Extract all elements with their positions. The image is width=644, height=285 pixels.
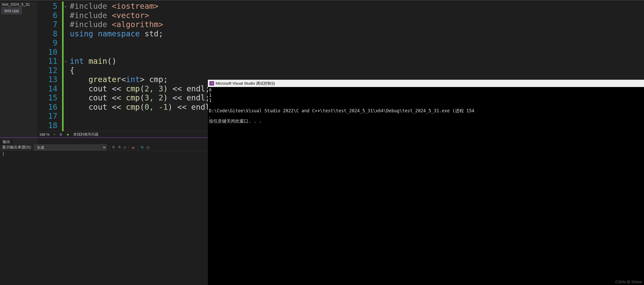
console-line: 0: [209, 88, 211, 93]
line-number: 11: [37, 57, 57, 66]
chevron-down-icon[interactable]: ⌄: [64, 58, 67, 63]
line-number: 5: [37, 2, 57, 11]
line-number: 12: [37, 66, 57, 75]
output-source-select[interactable]: 生成: [34, 145, 107, 150]
tree-file[interactable]: test.cpp: [2, 7, 22, 14]
console-body[interactable]: 0 1 1 D:\Code\Gitee\Visual Studio 2022\C…: [208, 87, 644, 124]
code-line-9[interactable]: [70, 38, 336, 48]
vs-icon: VS: [209, 81, 214, 85]
goto-next-icon[interactable]: ≛: [118, 145, 121, 150]
code-line-7[interactable]: #include <algorithm>: [70, 20, 336, 29]
console-line: 。: [209, 113, 213, 118]
chevron-down-icon[interactable]: ▾: [54, 133, 55, 136]
tree-root[interactable]: test_2024_5_31: [0, 2, 37, 7]
line-number: 17: [37, 112, 57, 121]
line-number: 10: [37, 48, 57, 57]
console-title-text: Microsoft Visual Studio 调试控制台: [216, 81, 275, 86]
line-number: 16: [37, 102, 57, 112]
line-number: 7: [37, 20, 57, 29]
line-number: 9: [37, 38, 57, 48]
clear-icon[interactable]: ⎚: [124, 145, 126, 149]
divider: [138, 145, 138, 150]
goto-prev-icon[interactable]: ≜: [112, 145, 115, 150]
console-line: D:\Code\Gitee\Visual Studio 2022\C and C…: [209, 108, 474, 113]
wrap-icon[interactable]: ≣: [132, 145, 135, 150]
line-number: 14: [37, 84, 57, 93]
output-source-label: 显示输出来源(S):: [2, 145, 32, 150]
clock-icon[interactable]: ◷: [146, 145, 150, 150]
line-number: 13: [37, 75, 57, 84]
code-line-8[interactable]: using namespace std;: [70, 29, 336, 38]
code-line-11[interactable]: int main(): [70, 57, 336, 66]
divider: [109, 145, 109, 150]
console-line: 按任意键关闭此窗口. . .: [209, 118, 262, 124]
console-line: 1: [209, 98, 211, 103]
line-number: 6: [37, 11, 57, 20]
console-line: 1: [209, 93, 211, 98]
lightbulb-icon[interactable]: ⚙: [59, 132, 63, 137]
divider: [129, 145, 129, 150]
line-number: 8: [37, 29, 57, 38]
issues-text[interactable]: 未找到相关问题: [73, 132, 99, 137]
code-line-6[interactable]: #include <vector>: [70, 11, 336, 20]
line-number: 18: [37, 121, 57, 130]
line-number-gutter: 5 6 7 8 9 10 11 12 13 14 15 16 17 18: [37, 2, 62, 131]
code-line-5[interactable]: #include <iostream>: [70, 2, 336, 11]
code-line-10[interactable]: [70, 48, 336, 57]
line-number: 15: [37, 93, 57, 102]
check-icon: ●: [67, 132, 69, 137]
chevron-down-icon[interactable]: ⌄: [64, 3, 67, 8]
code-line-12[interactable]: {: [70, 66, 336, 75]
debug-console-window: VS Microsoft Visual Studio 调试控制台 0 1 1 D…: [208, 80, 644, 285]
output-caret: |: [2, 152, 5, 156]
watermark: CSDN @ SGlow: [615, 280, 642, 284]
console-titlebar[interactable]: VS Microsoft Visual Studio 调试控制台: [208, 80, 644, 87]
fold-column: ⌄ ⌄: [64, 2, 70, 131]
zoom-level[interactable]: 188 %: [39, 132, 50, 137]
autoscroll-icon[interactable]: ⟲: [140, 145, 144, 150]
